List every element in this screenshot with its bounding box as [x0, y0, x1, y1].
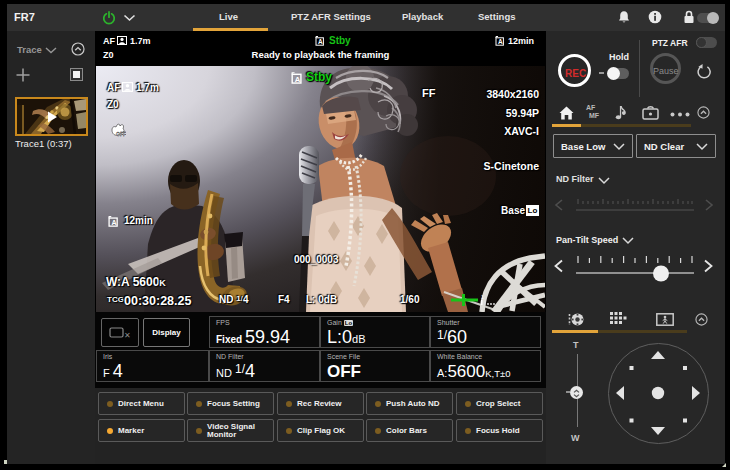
svg-text:A: A — [111, 219, 116, 227]
svg-text:A: A — [498, 38, 503, 45]
svg-text:A: A — [295, 75, 301, 84]
svg-text:A: A — [318, 38, 323, 45]
svg-text:1: 1 — [481, 294, 484, 300]
svg-text:✕: ✕ — [124, 331, 131, 340]
svg-text:OFF: OFF — [116, 131, 126, 137]
